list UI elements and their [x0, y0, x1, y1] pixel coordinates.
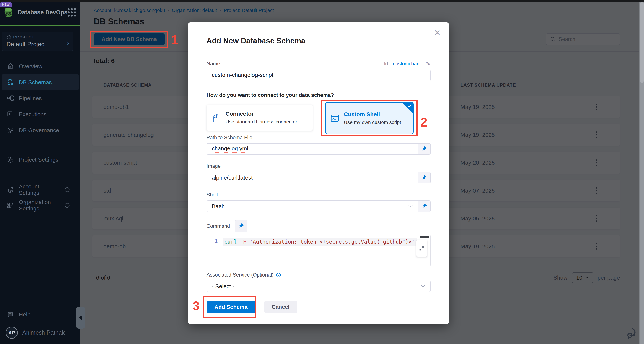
edit-pencil-icon[interactable]: ✎ — [426, 60, 430, 67]
image-input[interactable]: alpine/curl:latest — [206, 172, 430, 183]
sidebar-item-label: Pipelines — [19, 95, 42, 102]
help-chat-icon: ? — [7, 311, 14, 318]
project-name: Default Project — [6, 41, 69, 48]
command-pin-button[interactable] — [235, 220, 248, 232]
browser-chrome-strip — [0, 0, 644, 2]
command-code-line: curl -H 'Authorization: token <+secrets.… — [223, 238, 417, 246]
sidebar-item-db-schemas[interactable]: DB Schemas — [2, 74, 79, 90]
sidebar: NEW Database DevOps PROJECT Default Proj… — [0, 2, 80, 344]
sidebar-divider — [0, 145, 80, 146]
expand-editor-button[interactable] — [416, 240, 427, 257]
project-label: PROJECT — [13, 35, 34, 39]
sidebar-divider — [0, 175, 80, 175]
governance-gear-icon — [7, 127, 14, 134]
connect-question: How do you want to connect to your data … — [206, 92, 430, 98]
line-number: 1 — [207, 235, 223, 266]
sidebar-item-label: Project Settings — [19, 156, 58, 163]
project-selector[interactable]: PROJECT Default Project › — [2, 32, 74, 51]
app-title: Database DevOps — [18, 9, 68, 16]
shell-label: Shell — [206, 192, 430, 198]
expand-icon — [419, 246, 424, 251]
gear-icon — [7, 156, 14, 163]
sidebar-item-label: Help — [19, 312, 30, 318]
database-devops-logo-icon — [3, 7, 14, 18]
add-schema-modal: ✕ Add New Database Schema Name Id : cust… — [188, 22, 449, 324]
custom-shell-card-title: Custom Shell — [344, 111, 401, 118]
image-label: Image — [206, 163, 430, 169]
sidebar-item-label: Organization Settings — [19, 199, 59, 212]
app-switcher-grid-icon[interactable] — [68, 8, 76, 16]
modal-title: Add New Database Schema — [206, 36, 430, 45]
runtime-pin-button[interactable] — [418, 201, 430, 212]
annotation-number-3: 3 — [192, 300, 200, 312]
chevron-down-icon — [408, 201, 418, 212]
connector-card-title: Connector — [226, 110, 297, 117]
avatar: AP — [6, 327, 18, 339]
sidebar-item-pipelines[interactable]: Pipelines — [0, 90, 80, 106]
info-icon — [64, 202, 70, 208]
sidebar-item-account-settings[interactable]: Account Settings — [0, 182, 80, 198]
pin-icon — [420, 145, 428, 153]
runtime-pin-button[interactable] — [418, 144, 430, 154]
sidebar-item-executions[interactable]: Executions — [0, 106, 80, 122]
check-icon: ✓ — [408, 104, 412, 109]
cancel-button[interactable]: Cancel — [264, 301, 297, 313]
sidebar-item-label: Account Settings — [19, 183, 59, 196]
db-schema-icon — [7, 79, 14, 86]
sidebar-item-db-governance[interactable]: DB Governance — [0, 122, 80, 138]
svg-text:?: ? — [9, 312, 11, 315]
sidebar-item-help[interactable]: ? Help — [0, 306, 80, 322]
sidebar-item-label: Executions — [19, 111, 46, 118]
id-label: Id : — [384, 61, 391, 67]
name-input[interactable]: custom-changelog-script — [206, 70, 430, 81]
terminal-icon — [330, 114, 339, 123]
path-label: Path to Schema File — [206, 135, 430, 140]
account-layers-icon — [7, 186, 14, 193]
command-label: Command — [206, 223, 230, 229]
command-code-editor[interactable]: 1 curl -H 'Authorization: token <+secret… — [206, 235, 430, 266]
runtime-pin-button[interactable] — [418, 172, 430, 183]
info-icon — [64, 187, 70, 192]
connector-icon — [212, 113, 220, 123]
user-profile[interactable]: AP Animesh Pathak — [0, 327, 80, 339]
home-icon — [7, 63, 14, 70]
page-scrollbar[interactable] — [640, 2, 644, 344]
sidebar-item-label: Overview — [19, 63, 42, 70]
shell-select[interactable]: Bash — [206, 200, 430, 212]
custom-shell-card[interactable]: Custom Shell Use my own custom script ✓ — [325, 102, 414, 134]
cube-icon — [6, 35, 11, 40]
annotation-number-1: 1 — [171, 33, 178, 46]
info-icon[interactable] — [276, 272, 281, 278]
pipelines-icon — [7, 95, 14, 102]
sidebar-item-project-settings[interactable]: Project Settings — [0, 152, 80, 168]
chevron-down-icon — [421, 281, 430, 292]
connector-card[interactable]: Connector Use standard Harness connector — [206, 104, 313, 131]
executions-icon — [7, 111, 14, 118]
chat-support-icon[interactable] — [627, 328, 639, 339]
name-label: Name — [206, 61, 220, 67]
close-icon[interactable]: ✕ — [434, 29, 441, 37]
id-value[interactable]: customchan... — [393, 61, 424, 67]
path-input[interactable]: changelog.yml — [206, 143, 430, 155]
custom-shell-card-subtitle: Use my own custom script — [344, 120, 401, 125]
connector-card-subtitle: Use standard Harness connector — [226, 119, 297, 125]
annotation-number-2: 2 — [420, 116, 427, 128]
pin-icon — [420, 174, 428, 182]
org-chart-icon — [7, 202, 14, 209]
sidebar-item-label: DB Schemas — [19, 79, 52, 86]
brand-green-divider — [0, 25, 80, 26]
associated-service-select[interactable]: - Select - — [206, 280, 430, 292]
scrollbar-thumb[interactable] — [640, 2, 644, 83]
sidebar-collapse-handle[interactable] — [76, 307, 85, 328]
sidebar-item-label: DB Governance — [19, 127, 59, 134]
editor-scrollbar-thumb[interactable] — [420, 236, 429, 238]
new-badge: NEW — [0, 2, 12, 7]
chevron-right-icon: › — [67, 39, 69, 47]
collapse-left-icon — [79, 315, 82, 320]
pin-icon — [420, 202, 428, 210]
sidebar-item-overview[interactable]: Overview — [0, 58, 80, 74]
add-schema-button[interactable]: Add Schema — [206, 301, 256, 313]
sidebar-item-organization-settings[interactable]: Organization Settings — [0, 197, 80, 213]
pin-icon — [237, 222, 245, 230]
associated-service-label: Associated Service (Optional) — [206, 272, 274, 278]
